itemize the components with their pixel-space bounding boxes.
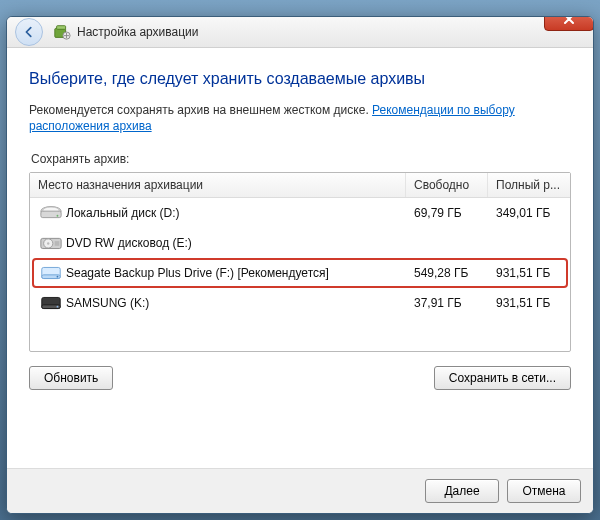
arrow-left-icon <box>22 25 36 39</box>
wizard-footer: Далее Отмена <box>7 468 593 513</box>
list-item[interactable]: Seagate Backup Plus Drive (F:) [Рекоменд… <box>30 258 570 288</box>
cancel-button[interactable]: Отмена <box>507 479 581 503</box>
drive-icon <box>36 203 66 223</box>
recommendation-text: Рекомендуется сохранять архив на внешнем… <box>29 102 571 134</box>
svg-point-9 <box>47 243 49 245</box>
drive-name: DVD RW дисковод (E:) <box>66 236 406 250</box>
drive-total: 349,01 ГБ <box>488 206 570 220</box>
page-heading: Выберите, где следует хранить создаваемы… <box>29 70 571 88</box>
drive-total: 931,51 ГБ <box>488 266 570 280</box>
list-item[interactable]: DVD RW дисковод (E:) <box>30 228 570 258</box>
wizard-body: Выберите, где следует хранить создаваемы… <box>7 48 593 390</box>
svg-point-16 <box>57 306 59 308</box>
svg-point-13 <box>57 276 59 278</box>
close-icon <box>563 16 575 25</box>
back-button[interactable] <box>15 18 43 46</box>
drive-name: Локальный диск (D:) <box>66 206 406 220</box>
svg-rect-5 <box>41 212 61 218</box>
svg-rect-10 <box>55 242 60 247</box>
drive-name: Seagate Backup Plus Drive (F:) [Рекоменд… <box>66 266 406 280</box>
list-header: Место назначения архивации Свободно Полн… <box>30 173 570 198</box>
drive-icon <box>36 263 66 283</box>
wizard-window: Настройка архивации Выберите, где следуе… <box>6 16 594 514</box>
refresh-button[interactable]: Обновить <box>29 366 113 390</box>
save-to-network-button[interactable]: Сохранить в сети... <box>434 366 571 390</box>
drive-name: SAMSUNG (K:) <box>66 296 406 310</box>
hint-text: Рекомендуется сохранять архив на внешнем… <box>29 103 372 117</box>
drive-total: 931,51 ГБ <box>488 296 570 310</box>
close-button[interactable] <box>544 16 594 31</box>
titlebar: Настройка архивации <box>7 17 593 48</box>
destination-list: Место назначения архивации Свободно Полн… <box>29 172 571 352</box>
col-total[interactable]: Полный р... <box>488 173 570 197</box>
svg-rect-1 <box>57 26 66 30</box>
col-destination[interactable]: Место назначения архивации <box>30 173 406 197</box>
drive-icon <box>36 293 66 313</box>
save-archive-label: Сохранять архив: <box>31 152 571 166</box>
list-item[interactable]: Локальный диск (D:)69,79 ГБ349,01 ГБ <box>30 198 570 228</box>
col-free[interactable]: Свободно <box>406 173 488 197</box>
backup-config-icon <box>53 23 71 41</box>
svg-point-6 <box>57 215 59 217</box>
window-title: Настройка архивации <box>77 25 199 39</box>
next-button[interactable]: Далее <box>425 479 499 503</box>
list-item[interactable]: SAMSUNG (K:)37,91 ГБ931,51 ГБ <box>30 288 570 318</box>
drive-free: 549,28 ГБ <box>406 266 488 280</box>
drive-icon <box>36 233 66 253</box>
drive-free: 37,91 ГБ <box>406 296 488 310</box>
drive-free: 69,79 ГБ <box>406 206 488 220</box>
